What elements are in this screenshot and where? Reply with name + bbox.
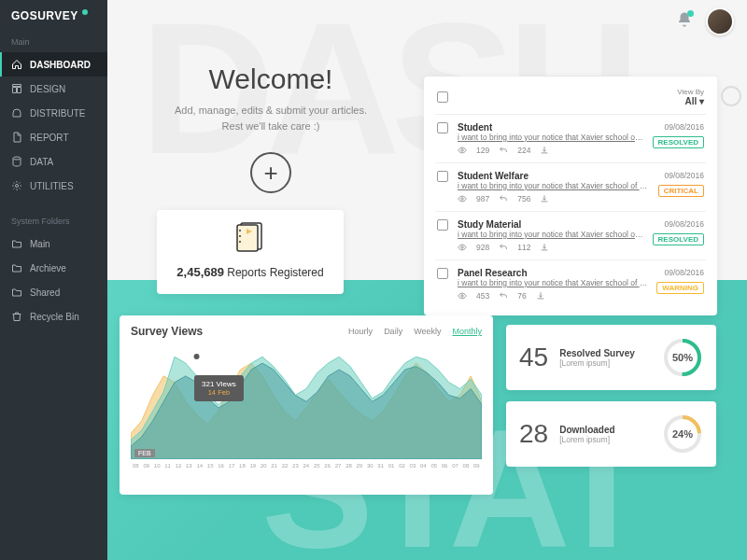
downloaded-ring: 24% <box>662 413 703 455</box>
svg-point-4 <box>239 230 241 231</box>
folder-archieve[interactable]: Archieve <box>0 256 107 280</box>
nav-section-main: Main <box>0 32 107 52</box>
viewby-dropdown[interactable]: View By All ▾ <box>677 88 704 106</box>
eye-icon <box>458 194 467 203</box>
notebook-icon <box>168 221 332 259</box>
home-icon <box>11 59 22 70</box>
chart-tooltip: 321 Views 14 Feb <box>194 375 244 401</box>
list-item[interactable]: Student Welfarei want to bring into your… <box>435 162 706 211</box>
svg-point-10 <box>461 295 464 298</box>
chart-title: Survey Views <box>131 325 203 338</box>
eye-icon <box>458 146 467 155</box>
svg-rect-3 <box>237 225 258 251</box>
notifications-button[interactable] <box>676 11 693 32</box>
tab-monthly[interactable]: Monthly <box>452 327 482 336</box>
folder-recycle-bin[interactable]: Recycle Bin <box>0 304 107 329</box>
list-item[interactable]: Studenti want to bring into your notice … <box>435 114 706 162</box>
download-icon <box>540 243 549 252</box>
gear-icon <box>11 180 22 191</box>
sidebar: GOSURVEY Main DASHBOARDDESIGNDISTRIBUTER… <box>0 0 107 560</box>
folder-icon <box>11 238 22 249</box>
nav-report[interactable]: REPORT <box>0 125 107 149</box>
svg-point-1 <box>16 185 19 188</box>
status-badge: CRITICAL <box>658 185 704 197</box>
notices-list: View By All ▾ Studenti want to bring int… <box>424 77 717 315</box>
list-item[interactable]: Study Materiali want to bring into your … <box>435 211 706 259</box>
svg-point-0 <box>13 157 21 160</box>
downloaded-count: 28 <box>519 419 548 449</box>
chart-range-tabs: HourlyDailyWeeklyMonthly <box>348 327 482 336</box>
brand-logo: GOSURVEY <box>0 0 107 32</box>
folder-shared[interactable]: Shared <box>0 280 107 304</box>
avatar[interactable] <box>706 7 734 35</box>
nav-dashboard[interactable]: DASHBOARD <box>0 52 107 77</box>
nav-design[interactable]: DESIGN <box>0 77 107 101</box>
nav-data[interactable]: DATA <box>0 149 107 174</box>
side-knob[interactable] <box>721 86 741 106</box>
add-article-button[interactable]: + <box>250 152 291 193</box>
month-badge: FEB <box>134 449 155 457</box>
row-checkbox[interactable] <box>437 219 448 231</box>
chart-xaxis: 0809101112131415161718192021222324252627… <box>131 463 482 469</box>
svg-point-8 <box>461 198 464 201</box>
svg-point-9 <box>461 246 464 249</box>
svg-point-7 <box>461 149 464 152</box>
topbar <box>676 7 734 35</box>
welcome-subtitle: Add, manage, edits & submit your article… <box>140 103 402 133</box>
reports-count-text: 2,45,689 Reports Registered <box>168 265 332 279</box>
download-icon <box>536 291 545 301</box>
share-icon <box>11 107 22 119</box>
status-badge: WARNING <box>656 282 704 294</box>
reply-icon <box>499 146 508 155</box>
notification-dot-icon <box>687 10 694 17</box>
area-chart-svg <box>131 347 482 459</box>
folder-icon <box>11 262 22 273</box>
db-icon <box>11 156 22 167</box>
svg-point-6 <box>239 241 241 243</box>
resolved-ring: 50% <box>662 337 703 378</box>
eye-icon <box>458 291 467 301</box>
layout-icon <box>11 83 22 94</box>
row-checkbox[interactable] <box>437 171 448 182</box>
select-all-checkbox[interactable] <box>437 91 448 103</box>
download-icon <box>540 194 549 203</box>
downloaded-card: 28 Downloaded [Lorem ipsum] 24% <box>506 401 716 467</box>
reports-registered-card: 2,45,689 Reports Registered <box>157 210 344 294</box>
nav-section-folders: System Folders <box>0 211 107 231</box>
svg-point-11 <box>194 354 200 359</box>
reply-icon <box>499 194 508 203</box>
status-badge: RESOLVED <box>653 233 704 245</box>
svg-point-5 <box>239 235 241 237</box>
folder-main[interactable]: Main <box>0 231 107 256</box>
list-item[interactable]: Panel Researchi want to bring into your … <box>435 259 706 308</box>
reply-icon <box>499 291 508 301</box>
eye-icon <box>458 243 467 252</box>
status-badge: RESOLVED <box>653 136 704 148</box>
reply-icon <box>499 243 508 252</box>
tab-daily[interactable]: Daily <box>384 327 402 336</box>
resolved-count: 45 <box>519 343 548 372</box>
welcome-block: Welcome! Add, manage, edits & submit you… <box>140 63 402 193</box>
row-checkbox[interactable] <box>437 268 448 279</box>
welcome-title: Welcome! <box>140 63 402 95</box>
download-icon <box>540 146 549 155</box>
folder-icon <box>11 287 22 298</box>
resolved-survey-card: 45 Resolved Survey [Lorem ipsum] 50% <box>506 325 716 390</box>
file-icon <box>11 132 22 143</box>
tab-weekly[interactable]: Weekly <box>414 327 441 336</box>
nav-utilities[interactable]: UTILITIES <box>0 174 107 198</box>
brand-dot-icon <box>82 9 88 15</box>
row-checkbox[interactable] <box>437 122 448 133</box>
tab-hourly[interactable]: Hourly <box>348 327 373 336</box>
nav-distribute[interactable]: DISTRIBUTE <box>0 101 107 125</box>
chevron-down-icon: ▾ <box>699 96 704 106</box>
survey-views-chart: Survey Views HourlyDailyWeeklyMonthly 32… <box>120 315 493 495</box>
trash-icon <box>11 311 22 322</box>
